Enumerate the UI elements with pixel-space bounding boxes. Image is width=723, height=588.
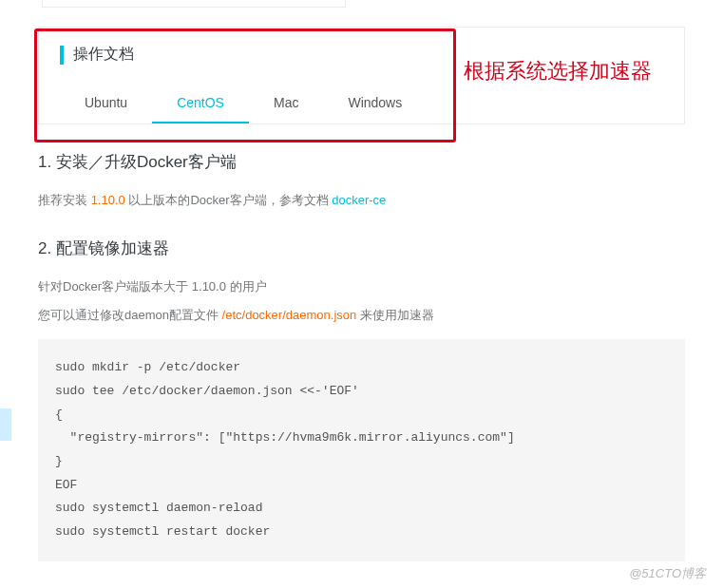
section2-paragraph-2: 您可以通过修改daemon配置文件 /etc/docker/daemon.jso… — [38, 305, 685, 326]
text: 针对Docker客户端版本大于 — [38, 279, 192, 294]
section2-paragraph-1: 针对Docker客户端版本大于 1.10.0 的用户 — [38, 276, 685, 297]
tab-mac[interactable]: Mac — [249, 85, 323, 123]
top-card-fragment — [42, 0, 346, 8]
annotation-text: 根据系统选择加速器 — [464, 57, 652, 85]
title-accent-bar — [60, 46, 64, 65]
section2-heading: 2. 配置镜像加速器 — [38, 237, 685, 259]
section1-paragraph: 推荐安装 1.10.0 以上版本的Docker客户端，参考文档 docker-c… — [38, 190, 685, 211]
tab-windows[interactable]: Windows — [323, 85, 427, 123]
tab-centos[interactable]: CentOS — [152, 85, 249, 123]
version-text: 1.10.0 — [91, 193, 125, 207]
docker-ce-link[interactable]: docker-ce — [332, 193, 386, 207]
text: 以上版本的Docker客户端，参考文档 — [125, 193, 332, 207]
doc-card-title: 操作文档 — [73, 45, 134, 65]
code-block[interactable]: sudo mkdir -p /etc/docker sudo tee /etc/… — [38, 339, 685, 561]
daemon-json-path: /etc/docker/daemon.json — [222, 308, 357, 322]
watermark: @51CTO博客 — [629, 565, 706, 582]
os-tabs: Ubuntu CentOS Mac Windows — [60, 85, 663, 123]
tab-ubuntu[interactable]: Ubuntu — [60, 85, 152, 123]
version-text: 1.10.0 — [192, 279, 226, 294]
code-content: sudo mkdir -p /etc/docker sudo tee /etc/… — [55, 360, 515, 539]
section1-heading: 1. 安装／升级Docker客户端 — [38, 151, 685, 173]
text: 来使用加速器 — [356, 308, 434, 322]
text: 推荐安装 — [38, 193, 91, 207]
text: 您可以通过修改daemon配置文件 — [38, 308, 222, 322]
text: 的用户 — [226, 279, 267, 294]
